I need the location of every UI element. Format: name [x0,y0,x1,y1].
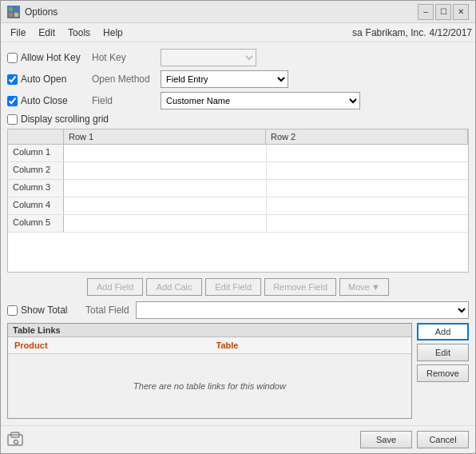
close-button[interactable]: ✕ [453,4,469,20]
maximize-button[interactable]: ☐ [435,4,451,20]
open-method-label: Open Method [92,74,156,85]
show-total-label[interactable]: Show Total [7,305,79,316]
total-field-select[interactable] [136,301,469,319]
table-links-box: Table Links Product Table There are no t… [7,323,412,419]
menu-help[interactable]: Help [97,26,129,40]
title-bar: Options – ☐ ✕ [1,1,475,23]
table-links-sidebar: Add Edit Remove [417,323,469,419]
auto-close-label[interactable]: Auto Close [7,95,87,106]
auto-close-field-select[interactable]: Customer Name Customer ID None [161,92,360,110]
hot-key-field-label: Hot Key [92,52,156,63]
grid-header-spacer [8,129,64,144]
auto-open-row: Auto Open Open Method Field Entry Button… [7,70,469,88]
grid-cell-3-2[interactable] [267,180,469,197]
footer-icon [352,431,355,448]
status-date: 4/12/2017 [430,27,472,38]
open-method-select[interactable]: Field Entry Button Auto [161,70,288,88]
allow-hot-key-row: Allow Hot Key Hot Key [7,49,469,66]
table-links-add-button[interactable]: Add [417,323,469,340]
grid-cell-5-1[interactable] [64,215,267,232]
grid-cell-4-2[interactable] [267,197,469,214]
hot-key-select[interactable] [161,49,256,66]
total-field-label: Total Field [85,305,129,316]
status-user: sa [352,27,363,38]
svg-rect-0 [9,7,13,11]
table-links-title: Table Links [8,324,411,337]
grid-cell-3-1[interactable] [64,180,267,197]
scrolling-grid: Row 1 Row 2 Column 1 Column 2 Column 3 [7,129,469,273]
tl-product-header: Product [8,339,210,352]
grid-header-row2: Row 2 [266,129,468,144]
grid-buttons: Add Field Add Calc Edit Field Remove Fie… [7,278,469,296]
svg-rect-1 [14,7,18,11]
grid-label-col5: Column 5 [8,215,64,232]
table-links-empty-message: There are no table links for this window [8,354,411,418]
grid-cell-5-2[interactable] [267,215,469,232]
grid-label-col3: Column 3 [8,180,64,197]
grid-header-row1: Row 1 [64,129,266,144]
menu-bar: File Edit Tools Help sa Fabrikam, Inc. 4… [1,23,475,42]
menu-file[interactable]: File [4,26,32,40]
grid-cell-4-1[interactable] [64,197,267,214]
status-company: Fabrikam, Inc. [366,27,426,38]
grid-cell-1-1[interactable] [64,145,267,161]
tl-table-header: Table [210,339,412,352]
grid-cell-2-1[interactable] [64,162,267,179]
show-total-checkbox[interactable] [7,305,18,316]
svg-point-6 [14,440,18,444]
move-dropdown-icon: ▼ [371,282,380,292]
auto-open-checkbox[interactable] [7,74,18,85]
grid-cell-1-2[interactable] [267,145,469,161]
options-window: Options – ☐ ✕ File Edit Tools Help sa Fa… [0,0,476,454]
grid-label-col2: Column 2 [8,162,64,179]
svg-rect-2 [9,13,13,17]
grid-header: Row 1 Row 2 [8,129,468,145]
main-content: Allow Hot Key Hot Key Auto Open Open Met… [1,42,475,425]
grid-row-col3: Column 3 [8,180,468,197]
field-label: Field [92,95,156,106]
auto-close-row: Auto Close Field Customer Name Customer … [7,92,469,110]
table-links-body: Product Table There are no table links f… [8,337,411,418]
add-field-button[interactable]: Add Field [87,278,143,296]
grid-row-col5: Column 5 [8,215,468,233]
menu-tools[interactable]: Tools [61,26,97,40]
grid-row-col4: Column 4 [8,197,468,215]
grid-cell-2-2[interactable] [267,162,469,179]
auto-close-checkbox[interactable] [7,96,18,106]
footer: Save Cancel [1,425,475,453]
edit-field-button[interactable]: Edit Field [205,278,261,296]
allow-hot-key-checkbox[interactable] [7,53,18,63]
remove-field-button[interactable]: Remove Field [264,278,336,296]
display-scrolling-grid-label[interactable]: Display scrolling grid [7,114,109,125]
display-scrolling-grid-row: Display scrolling grid [7,114,469,125]
table-links-header: Product Table [8,337,411,354]
allow-hot-key-label[interactable]: Allow Hot Key [7,52,87,63]
app-icon [7,6,20,18]
table-links-edit-button[interactable]: Edit [417,344,469,361]
grid-row-col2: Column 2 [8,162,468,180]
minimize-button[interactable]: – [418,4,434,20]
table-links-section: Table Links Product Table There are no t… [7,323,469,419]
add-calc-button[interactable]: Add Calc [146,278,202,296]
display-scrolling-grid-checkbox[interactable] [7,114,18,125]
grid-label-col1: Column 1 [8,145,64,161]
window-controls: – ☐ ✕ [418,4,469,20]
grid-body: Column 1 Column 2 Column 3 Column 4 [8,145,468,272]
grid-row-col1: Column 1 [8,145,468,162]
save-button[interactable]: Save [360,431,412,448]
table-links-main: Table Links Product Table There are no t… [7,323,412,419]
grid-label-col4: Column 4 [8,197,64,214]
cancel-button[interactable]: Cancel [417,431,469,448]
window-title: Options [25,6,58,18]
svg-rect-3 [14,13,18,17]
move-button[interactable]: Move ▼ [339,278,389,296]
auto-open-label[interactable]: Auto Open [7,74,87,85]
menu-edit[interactable]: Edit [32,26,61,40]
table-links-remove-button[interactable]: Remove [417,364,469,382]
show-total-row: Show Total Total Field [7,301,469,319]
